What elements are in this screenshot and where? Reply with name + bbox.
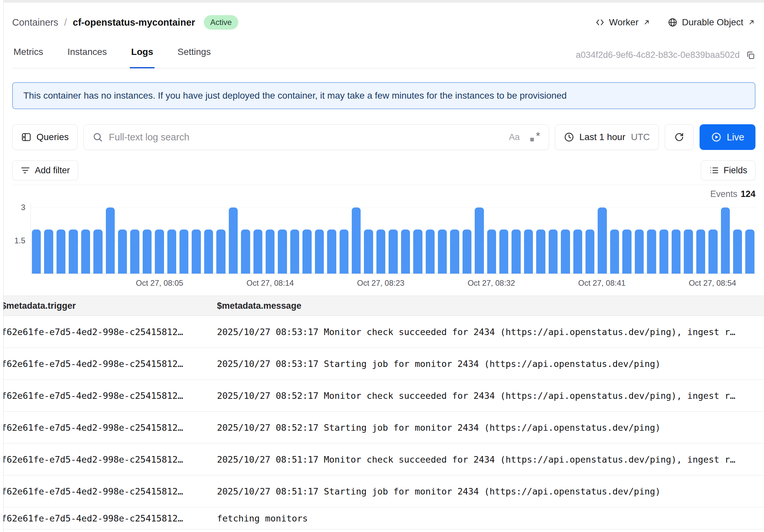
chart-bar[interactable] xyxy=(106,208,115,273)
chart-bar[interactable] xyxy=(179,230,188,273)
chart-bar[interactable] xyxy=(721,208,730,273)
chart-bar[interactable] xyxy=(302,230,311,273)
tab-logs[interactable]: Logs xyxy=(130,44,154,69)
chart-bar[interactable] xyxy=(143,230,151,273)
chart-bar[interactable] xyxy=(155,230,164,273)
chart-bar[interactable] xyxy=(254,230,262,273)
chart-bar[interactable] xyxy=(376,230,385,273)
fields-button[interactable]: Fields xyxy=(701,160,755,180)
chart-bar[interactable] xyxy=(499,230,508,273)
chart-bar[interactable] xyxy=(671,230,680,273)
chart-bar[interactable] xyxy=(130,230,139,273)
page-top-strip xyxy=(3,0,764,3)
x-axis-tick-label: Oct 27, 08:54 xyxy=(689,278,736,288)
chart-bar[interactable] xyxy=(660,230,668,273)
chart-bar[interactable] xyxy=(44,230,53,273)
log-table-row[interactable]: f62e61fe-e7d5-4ed2-998e-c25415812…2025/1… xyxy=(0,475,764,507)
message-cell: 2025/10/27 08:51:17 Starting job for mon… xyxy=(217,486,764,496)
chart-bar[interactable] xyxy=(192,230,201,273)
log-table-row[interactable]: f62e61fe-e7d5-4ed2-998e-c25415812…fetchi… xyxy=(0,507,764,529)
chart-bar[interactable] xyxy=(586,230,594,273)
trigger-cell: f62e61fe-e7d5-4ed2-998e-c25415812… xyxy=(0,454,217,464)
chart-bar[interactable] xyxy=(647,230,656,273)
chart-bar[interactable] xyxy=(696,230,705,273)
breadcrumb-separator: / xyxy=(64,17,67,28)
chart-bar[interactable] xyxy=(57,230,66,273)
column-header-message[interactable]: $metadata.message xyxy=(217,301,764,311)
chart-bar[interactable] xyxy=(364,230,373,273)
queries-panel-icon xyxy=(21,132,32,142)
chart-bar[interactable] xyxy=(401,230,410,273)
log-table-row[interactable]: f62e61fe-e7d5-4ed2-998e-c25415812…2025/1… xyxy=(0,348,764,380)
refresh-button[interactable] xyxy=(665,124,694,150)
chart-bar[interactable] xyxy=(352,208,361,273)
chart-bar[interactable] xyxy=(463,230,472,273)
tab-instances[interactable]: Instances xyxy=(66,44,108,69)
chart-bar[interactable] xyxy=(315,230,324,273)
chart-bar[interactable] xyxy=(733,230,742,273)
live-button[interactable]: Live xyxy=(699,124,755,150)
chart-bar[interactable] xyxy=(167,230,176,273)
trigger-cell: f62e61fe-e7d5-4ed2-998e-c25415812… xyxy=(0,423,217,433)
no-instances-banner: This container has no instances. If you … xyxy=(12,82,755,109)
log-table-row[interactable]: f62e61fe-e7d5-4ed2-998e-c25415812…2025/1… xyxy=(0,316,764,348)
chart-bar[interactable] xyxy=(708,230,717,273)
external-link-arrow-icon xyxy=(748,18,755,26)
copy-instance-id-button[interactable] xyxy=(746,50,755,60)
chart-bar[interactable] xyxy=(635,230,644,273)
time-range-button[interactable]: Last 1 hour UTC xyxy=(555,124,659,150)
chart-x-axis: Oct 27, 08:05Oct 27, 08:14Oct 27, 08:23O… xyxy=(31,276,755,290)
chart-bar[interactable] xyxy=(290,230,299,273)
chart-bar[interactable] xyxy=(450,230,459,273)
chart-bar[interactable] xyxy=(610,230,619,273)
log-table-row[interactable]: f62e61fe-e7d5-4ed2-998e-c25415812…2025/1… xyxy=(0,412,764,443)
chart-bar[interactable] xyxy=(266,230,275,273)
regex-toggle[interactable]: * xyxy=(530,131,540,143)
log-search-input[interactable] xyxy=(109,132,503,143)
queries-button[interactable]: Queries xyxy=(12,124,78,150)
chart-bar[interactable] xyxy=(573,230,582,273)
log-table-row[interactable]: f62e61fe-e7d5-4ed2-998e-c25415812…2025/1… xyxy=(0,380,764,412)
chart-bar[interactable] xyxy=(598,208,607,273)
chart-bar[interactable] xyxy=(438,230,447,273)
chart-bar[interactable] xyxy=(216,230,225,273)
events-label: Events xyxy=(710,189,737,199)
chart-bar[interactable] xyxy=(511,230,520,273)
refresh-icon xyxy=(674,132,684,142)
chart-bar[interactable] xyxy=(549,230,558,273)
durable-object-link[interactable]: Durable Object xyxy=(668,17,755,28)
chart-bar[interactable] xyxy=(413,230,422,273)
chart-bar[interactable] xyxy=(241,230,250,273)
chart-bar[interactable] xyxy=(684,230,693,273)
chart-bar[interactable] xyxy=(229,208,238,273)
match-case-toggle[interactable]: Aa xyxy=(509,132,520,142)
column-header-trigger[interactable]: $metadata.trigger xyxy=(0,301,217,311)
chart-bar[interactable] xyxy=(81,230,90,273)
chart-bar[interactable] xyxy=(536,230,545,273)
log-table-row[interactable]: f62e61fe-e7d5-4ed2-998e-c25415812…2025/1… xyxy=(0,443,764,475)
chart-bar[interactable] xyxy=(487,230,496,273)
chart-bar[interactable] xyxy=(745,230,754,273)
chart-bar[interactable] xyxy=(389,230,397,273)
chart-bar[interactable] xyxy=(561,230,570,273)
chart-bar[interactable] xyxy=(118,230,127,273)
chart-bar[interactable] xyxy=(426,230,435,273)
add-filter-button[interactable]: Add filter xyxy=(12,160,78,180)
worker-link[interactable]: Worker xyxy=(595,17,651,28)
instance-id-area: a034f2d6-9ef6-4c82-b83c-0e839baa502d xyxy=(576,50,755,68)
chart-bar[interactable] xyxy=(94,230,102,273)
log-table-body: f62e61fe-e7d5-4ed2-998e-c25415812…2025/1… xyxy=(0,316,764,529)
chart-bar[interactable] xyxy=(475,208,483,273)
search-tools: Aa * xyxy=(509,131,540,143)
tab-settings[interactable]: Settings xyxy=(176,44,212,69)
chart-bar[interactable] xyxy=(622,230,631,273)
chart-bar[interactable] xyxy=(524,230,533,273)
chart-bar[interactable] xyxy=(340,230,348,273)
chart-bar[interactable] xyxy=(327,230,336,273)
chart-bar[interactable] xyxy=(278,230,286,273)
chart-bar[interactable] xyxy=(32,230,41,273)
chart-bar[interactable] xyxy=(204,230,213,273)
chart-bar[interactable] xyxy=(69,230,78,273)
tab-metrics[interactable]: Metrics xyxy=(12,44,44,69)
breadcrumb-containers-link[interactable]: Containers xyxy=(12,17,58,28)
